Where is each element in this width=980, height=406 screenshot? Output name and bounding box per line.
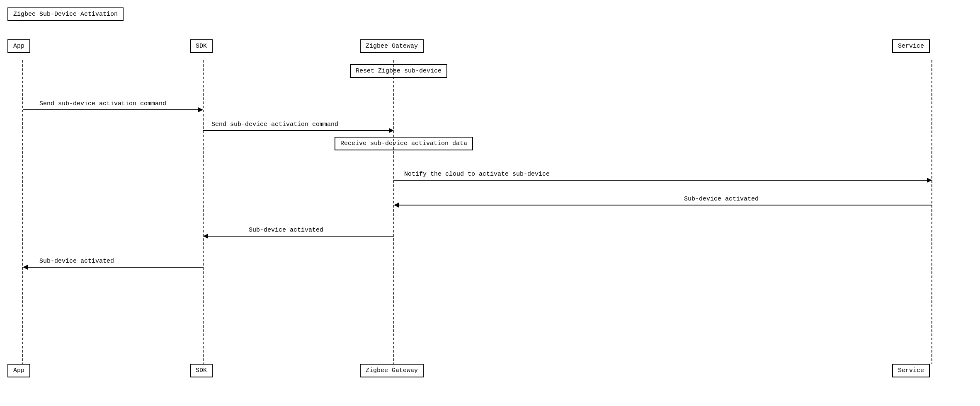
msg-label-1: Send sub-device activation command: [39, 100, 166, 107]
svg-marker-15: [23, 265, 28, 270]
msg-label-4: Sub-device activated: [684, 196, 759, 203]
svg-marker-11: [394, 203, 399, 208]
diagram-svg: [0, 0, 980, 406]
msg-label-5: Sub-device activated: [249, 227, 323, 234]
svg-marker-7: [389, 128, 394, 133]
msg-label-3: Notify the cloud to activate sub-device: [404, 171, 550, 178]
msg-label-2: Send sub-device activation command: [211, 121, 338, 128]
svg-marker-13: [203, 234, 208, 239]
diagram-container: Zigbee Sub-Device Activation App SDK Zig…: [0, 0, 980, 406]
svg-marker-5: [198, 107, 203, 112]
svg-marker-9: [927, 178, 932, 183]
msg-label-6: Sub-device activated: [39, 258, 114, 265]
